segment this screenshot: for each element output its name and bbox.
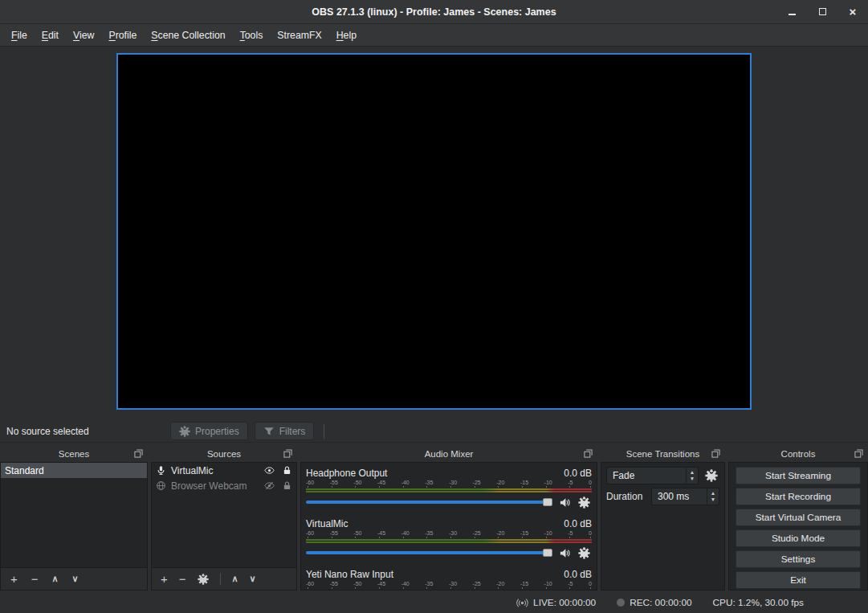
scale-tick: -45	[377, 581, 385, 589]
popout-icon[interactable]	[283, 449, 292, 458]
eye-slash-icon[interactable]	[264, 480, 275, 491]
scene-item-standard[interactable]: Standard	[1, 463, 147, 478]
audio-mixer-body: Headphone Output 0.0 dB -60-55-50-45-40-…	[300, 462, 597, 591]
close-button[interactable]: ×	[847, 6, 858, 18]
toolbar-separator	[324, 424, 324, 439]
menu-tools[interactable]: Tools	[233, 27, 271, 44]
scale-tick: -55	[330, 581, 338, 589]
menu-scene-collection[interactable]: Scene Collection	[144, 27, 232, 44]
move-source-down-button[interactable]: ∨	[250, 574, 256, 583]
chevron-down-icon: ▼	[690, 476, 695, 482]
menu-help[interactable]: Help	[329, 27, 364, 44]
spinbox-arrows[interactable]: ▲ ▼	[707, 488, 719, 505]
menu-profile[interactable]: Profile	[101, 27, 144, 44]
meter-scale: -60-55-50-45-40-35-30-25-20-15-10-50	[306, 480, 592, 488]
popout-icon[interactable]	[854, 449, 863, 458]
scale-tick: 0	[589, 530, 592, 538]
move-scene-up-button[interactable]: ∧	[52, 574, 59, 583]
start-streaming-button[interactable]: Start Streaming	[736, 467, 861, 484]
remove-source-button[interactable]: −	[179, 573, 186, 585]
volume-slider[interactable]	[306, 551, 552, 554]
scale-tick: -15	[520, 581, 528, 589]
combo-arrows[interactable]: ▲ ▼	[686, 468, 698, 484]
scale-tick: 0	[589, 480, 592, 488]
menu-view[interactable]: View	[66, 27, 101, 44]
live-status: LIVE: 00:00:00	[516, 597, 596, 609]
preview-canvas[interactable]	[116, 53, 752, 410]
scene-transitions-dock-header: Scene Transitions	[601, 446, 725, 462]
source-status-label: No source selected	[6, 426, 164, 437]
gear-icon[interactable]	[578, 547, 590, 559]
source-properties-button[interactable]	[198, 574, 209, 585]
eye-icon[interactable]	[264, 465, 275, 476]
source-item-browser-webcam[interactable]: Browser Webcam	[152, 478, 296, 493]
properties-label: Properties	[195, 426, 239, 437]
minimize-icon	[789, 14, 796, 15]
source-name: Browser Webcam	[171, 480, 247, 492]
speaker-icon[interactable]	[559, 497, 571, 509]
duration-input[interactable]: 300 ms ▲ ▼	[651, 488, 719, 505]
menu-edit[interactable]: Edit	[35, 27, 66, 44]
add-source-button[interactable]: +	[161, 573, 168, 585]
controls-dock-header: Controls	[728, 446, 868, 462]
volume-meter	[306, 590, 592, 591]
start-recording-button[interactable]: Start Recording	[736, 488, 861, 505]
start-virtual-camera-button[interactable]: Start Virtual Camera	[736, 509, 861, 526]
source-item-virtualmic[interactable]: VirtualMic	[152, 463, 296, 478]
preview-region	[0, 47, 868, 420]
scenes-dock: Scenes Standard + − ∧ ∨	[0, 446, 148, 591]
volume-slider-handle[interactable]	[543, 549, 552, 557]
move-source-up-button[interactable]: ∧	[232, 574, 238, 583]
channel-header: Headphone Output 0.0 dB	[306, 467, 592, 479]
meter-scale: -60-55-50-45-40-35-30-25-20-15-10-50	[306, 581, 592, 589]
scale-tick: -35	[425, 480, 433, 488]
add-scene-button[interactable]: +	[10, 573, 18, 585]
chevron-up-icon: ▲	[690, 469, 695, 476]
obs-window: OBS 27.1.3 (linux) - Profile: James - Sc…	[0, 0, 868, 613]
scale-tick: -55	[330, 530, 338, 538]
lock-icon[interactable]	[282, 480, 292, 491]
microphone-icon	[156, 465, 166, 476]
scene-name: Standard	[5, 465, 44, 476]
transition-value: Fade	[613, 470, 634, 481]
volume-slider-handle[interactable]	[543, 498, 552, 506]
maximize-button[interactable]	[817, 6, 828, 18]
sources-dock-title: Sources	[207, 449, 241, 459]
speaker-icon[interactable]	[559, 547, 571, 559]
minimize-button[interactable]	[786, 6, 797, 18]
popout-icon[interactable]	[134, 449, 143, 458]
scale-tick: -30	[449, 530, 457, 538]
transition-properties-button[interactable]	[703, 467, 719, 484]
scale-tick: -15	[520, 530, 528, 538]
remove-scene-button[interactable]: −	[31, 573, 39, 585]
controls-body: Start Streaming Start Recording Start Vi…	[728, 462, 868, 591]
move-scene-down-button[interactable]: ∨	[72, 574, 79, 583]
scale-tick: -10	[544, 581, 552, 589]
transition-select[interactable]: Fade ▲ ▼	[606, 467, 699, 484]
filters-button[interactable]: Filters	[255, 422, 315, 440]
properties-button[interactable]: Properties	[170, 422, 248, 440]
sources-dock: Sources VirtualMic Browser Webcam	[151, 446, 297, 591]
channel-name: Headphone Output	[306, 468, 387, 479]
popout-icon[interactable]	[584, 449, 593, 458]
studio-mode-button[interactable]: Studio Mode	[736, 529, 861, 547]
scale-tick: -25	[473, 530, 481, 538]
menu-streamfx[interactable]: StreamFX	[270, 27, 328, 44]
lock-icon[interactable]	[282, 465, 292, 476]
popout-icon[interactable]	[711, 449, 720, 458]
scale-tick: -5	[568, 480, 573, 488]
scale-tick: -20	[496, 530, 504, 538]
volume-slider[interactable]	[306, 501, 552, 504]
mixer-channel-yeti-nano-raw-input: Yeti Nano Raw Input 0.0 dB -60-55-50-45-…	[306, 568, 592, 591]
exit-button[interactable]: Exit	[736, 571, 861, 589]
scenes-dock-title: Scenes	[59, 449, 89, 459]
gear-icon[interactable]	[578, 497, 590, 509]
scenes-list: Standard	[0, 462, 148, 568]
settings-button[interactable]: Settings	[736, 550, 861, 568]
scale-tick: -35	[425, 530, 433, 538]
audio-mixer-dock-header: Audio Mixer	[300, 446, 597, 462]
scale-tick: -40	[401, 480, 410, 488]
source-toolbar: No source selected Properties Filters	[0, 420, 868, 443]
menu-file[interactable]: File	[4, 27, 35, 44]
channel-level: 0.0 dB	[564, 569, 592, 580]
